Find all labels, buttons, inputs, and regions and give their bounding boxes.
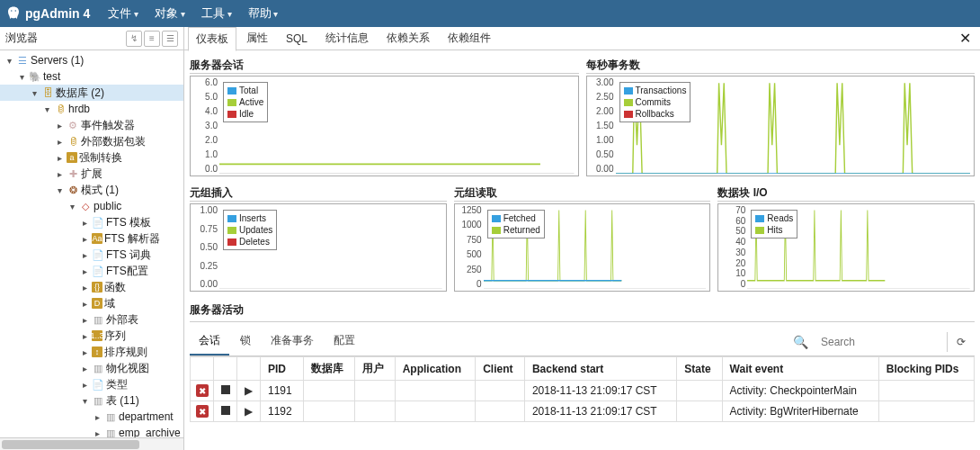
tree-node[interactable]: ▸a强制转换 <box>0 149 183 166</box>
grid-header[interactable] <box>214 357 237 381</box>
tree-toggle-icon[interactable]: ▾ <box>41 104 52 114</box>
activity-search-input[interactable] <box>817 332 943 352</box>
grid-header[interactable]: Backend start <box>524 357 676 381</box>
tree-toggle-icon[interactable]: ▸ <box>79 250 90 260</box>
activity-tab-prepared[interactable]: 准备事务 <box>262 328 323 356</box>
menu-object[interactable]: 对象 <box>155 5 185 22</box>
sidebar-props-icon[interactable]: ≡ <box>144 31 160 47</box>
sidebar-hscroll[interactable] <box>0 437 183 450</box>
expand-icon[interactable]: ▶ <box>243 405 255 418</box>
refresh-icon[interactable]: ⟳ <box>947 332 975 352</box>
cancel-icon[interactable]: ✖ <box>196 405 209 418</box>
stop-icon[interactable] <box>221 406 230 415</box>
tree-toggle-icon[interactable]: ▸ <box>79 266 90 276</box>
chart-title: 元组读取 <box>454 184 711 202</box>
tree-node[interactable]: ▾◇public <box>0 198 183 214</box>
tree-node[interactable]: ▾☰Servers (1) <box>0 52 183 68</box>
tree-toggle-icon[interactable]: ▸ <box>92 428 102 438</box>
sidebar-filter-icon[interactable]: ☰ <box>162 31 178 47</box>
tree-node[interactable]: ▾▥表 (11) <box>0 392 183 409</box>
tree-label: test <box>43 70 60 83</box>
tree-node[interactable]: ▸↕排序规则 <box>0 344 183 360</box>
tree-node[interactable]: ▸D域 <box>0 295 183 311</box>
tab-properties[interactable]: 属性 <box>238 26 276 50</box>
chart-legend: TransactionsCommitsRollbacks <box>619 82 691 122</box>
close-icon[interactable]: ✕ <box>954 30 976 47</box>
menu-file[interactable]: 文件 <box>108 5 138 22</box>
tree-node[interactable]: ▸⚙事件触发器 <box>0 117 183 133</box>
tree-node[interactable]: ▸📄FTS 词典 <box>0 247 183 263</box>
tree-toggle-icon[interactable]: ▸ <box>54 153 65 163</box>
tab-sql[interactable]: SQL <box>278 28 316 50</box>
tree-toggle-icon[interactable]: ▸ <box>79 331 90 341</box>
menu-tools[interactable]: 工具 <box>201 5 232 22</box>
tree-toggle-icon[interactable]: ▾ <box>29 88 40 98</box>
tree-toggle-icon[interactable]: ▾ <box>54 185 65 195</box>
activity-tab-config[interactable]: 配置 <box>325 328 364 356</box>
menu-help[interactable]: 帮助 <box>248 5 279 22</box>
tree-node[interactable]: ▸▥emp_archive <box>0 425 183 437</box>
chart-plot: 1.000.750.500.250.00InsertsUpdatesDelete… <box>190 203 447 292</box>
tree-toggle-icon[interactable]: ▸ <box>79 218 90 228</box>
grid-header[interactable]: Blocking PIDs <box>878 357 974 381</box>
tree-toggle-icon[interactable]: ▾ <box>79 396 90 406</box>
grid-header[interactable] <box>237 357 261 381</box>
tree-toggle-icon[interactable]: ▸ <box>92 412 102 422</box>
tree-node[interactable]: ▾🗄数据库 (2) <box>0 85 183 101</box>
object-tree[interactable]: ▾☰Servers (1)▾🐘test▾🗄数据库 (2)▾🛢hrdb▸⚙事件触发… <box>0 50 183 437</box>
tree-node[interactable]: ▾❂模式 (1) <box>0 182 183 198</box>
table-row[interactable]: ✖ ▶ 1191 2018-11-13 21:09:17 CST Activit… <box>191 381 975 401</box>
tree-toggle-icon[interactable]: ▾ <box>67 202 77 212</box>
sidebar-refresh-icon[interactable]: ↯ <box>126 31 142 47</box>
grid-header[interactable]: Client <box>476 357 525 381</box>
tree-node[interactable]: ▸1..3序列 <box>0 328 183 344</box>
activity-tab-locks[interactable]: 锁 <box>231 328 260 356</box>
tree-toggle-icon[interactable]: ▸ <box>79 380 90 390</box>
tree-node[interactable]: ▸🛢外部数据包装 <box>0 133 183 149</box>
grid-header[interactable]: PID <box>261 357 304 381</box>
tree-toggle-icon[interactable]: ▸ <box>79 315 90 325</box>
tree-toggle-icon[interactable]: ▸ <box>54 121 65 130</box>
tree-toggle-icon[interactable]: ▸ <box>79 347 90 357</box>
grid-header[interactable]: 用户 <box>355 357 396 381</box>
tree-node[interactable]: ▸AaFTS 解析器 <box>0 230 183 247</box>
tab-dashboard[interactable]: 仪表板 <box>188 27 236 51</box>
tree-node[interactable]: ▸▥department <box>0 409 183 425</box>
grid-header[interactable]: Wait event <box>722 357 878 381</box>
tab-dependents[interactable]: 依赖组件 <box>440 26 499 50</box>
tree-node[interactable]: ▸▥物化视图 <box>0 360 183 376</box>
tree-node[interactable]: ▸✚扩展 <box>0 166 183 182</box>
expand-icon[interactable]: ▶ <box>243 384 255 397</box>
chart-title: 数据块 I/O <box>717 184 975 202</box>
tree-node[interactable]: ▾🐘test <box>0 68 183 85</box>
grid-header[interactable] <box>191 357 214 381</box>
table-row[interactable]: ✖ ▶ 1192 2018-11-13 21:09:17 CST Activit… <box>191 401 975 422</box>
tree-label: 数据库 (2) <box>56 86 104 101</box>
tree-toggle-icon[interactable]: ▸ <box>79 234 90 244</box>
tree-label: 扩展 <box>81 166 102 182</box>
tree-label: 域 <box>104 296 115 311</box>
tree-toggle-icon[interactable]: ▸ <box>54 137 65 147</box>
tree-toggle-icon[interactable]: ▸ <box>79 364 90 374</box>
tree-toggle-icon[interactable]: ▸ <box>79 283 90 292</box>
tree-node[interactable]: ▾🛢hrdb <box>0 101 183 117</box>
tree-node[interactable]: ▸▥外部表 <box>0 311 183 328</box>
activity-tab-sessions[interactable]: 会话 <box>190 328 229 356</box>
tree-toggle-icon[interactable]: ▸ <box>79 299 90 309</box>
tab-dependencies[interactable]: 依赖关系 <box>379 26 438 50</box>
grid-header[interactable]: 数据库 <box>303 357 355 381</box>
disk-icon: 🗄 <box>41 86 54 99</box>
tree-label: 模式 (1) <box>81 183 119 198</box>
tree-toggle-icon[interactable]: ▾ <box>16 72 27 82</box>
tree-node[interactable]: ▸{}函数 <box>0 279 183 295</box>
grid-header[interactable]: Application <box>395 357 476 381</box>
grid-header[interactable]: State <box>677 357 722 381</box>
tree-toggle-icon[interactable]: ▾ <box>4 56 14 66</box>
tree-node[interactable]: ▸📄类型 <box>0 376 183 392</box>
tree-toggle-icon[interactable]: ▸ <box>54 169 65 179</box>
stop-icon[interactable] <box>221 385 230 394</box>
tree-node[interactable]: ▸📄FTS配置 <box>0 263 183 279</box>
tree-node[interactable]: ▸📄FTS 模板 <box>0 214 183 230</box>
tab-statistics[interactable]: 统计信息 <box>317 26 377 50</box>
cancel-icon[interactable]: ✖ <box>196 384 209 397</box>
